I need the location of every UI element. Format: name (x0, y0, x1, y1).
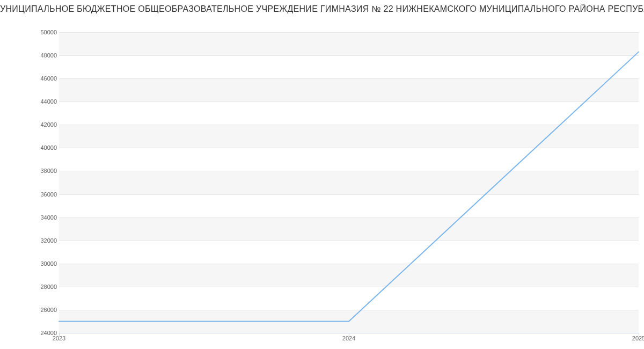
y-tick-label: 46000 (3, 75, 57, 82)
y-tick-label: 48000 (3, 52, 57, 59)
y-tick-label: 24000 (3, 330, 57, 336)
plot-area[interactable] (59, 32, 639, 333)
x-tick-label: 2024 (342, 335, 355, 341)
y-tick-label: 32000 (3, 237, 57, 244)
y-tick-label: 50000 (3, 29, 57, 35)
x-tick-label: 2025 (632, 335, 644, 341)
y-tick-label: 30000 (3, 260, 57, 267)
line-chart: УНИЦИПАЛЬНОЕ БЮДЖЕТНОЕ ОБЩЕОБРАЗОВАТЕЛЬН… (0, 0, 644, 349)
x-tick-label: 2023 (53, 335, 65, 341)
series-line (59, 32, 639, 333)
y-tick-label: 38000 (3, 168, 57, 174)
y-tick-label: 28000 (3, 283, 57, 290)
chart-title: УНИЦИПАЛЬНОЕ БЮДЖЕТНОЕ ОБЩЕОБРАЗОВАТЕЛЬН… (0, 4, 644, 14)
y-tick-label: 36000 (3, 191, 57, 198)
y-tick-label: 44000 (3, 98, 57, 105)
y-tick-label: 40000 (3, 144, 57, 151)
y-tick-label: 26000 (3, 307, 57, 313)
y-tick-label: 42000 (3, 121, 57, 128)
y-tick-label: 34000 (3, 214, 57, 221)
